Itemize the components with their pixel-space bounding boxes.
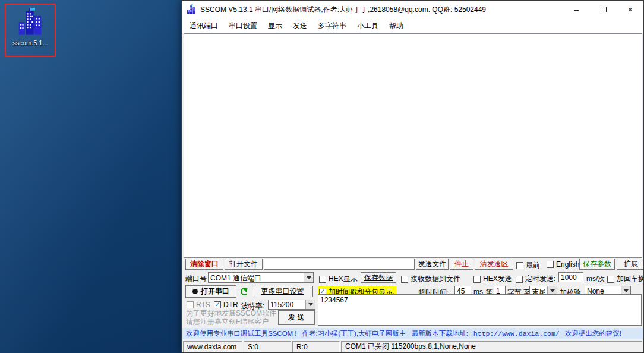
menu-serial-settings[interactable]: 串口设置	[223, 21, 263, 31]
send-text-area[interactable]: 1234567	[318, 294, 642, 326]
receive-data-area[interactable]	[184, 33, 642, 258]
menu-send[interactable]: 发送	[288, 21, 312, 31]
checkbox-label: HEX发送	[483, 274, 512, 284]
open-file-button[interactable]: 打开文件	[225, 259, 263, 270]
banner-download-label: 最新版本下载地址:	[412, 329, 468, 338]
sscom-building-icon	[15, 7, 45, 37]
statusbar: www.daxia.com S:0 R:0 COM1 已关闭 115200bps…	[182, 340, 643, 353]
baud-rate-select[interactable]: 115200	[268, 300, 315, 310]
chevron-down-icon[interactable]	[305, 300, 315, 309]
checkbox-box	[473, 276, 481, 283]
open-serial-port-button[interactable]: 打开串口	[185, 285, 236, 298]
menubar: 通讯端口 串口设置 显示 发送 多字符串 小工具 帮助	[182, 18, 643, 33]
add-crlf-checkbox[interactable]: 加回车换行	[607, 274, 644, 284]
dtr-checkbox[interactable]: DTR	[214, 301, 238, 309]
checkbox-box	[319, 276, 326, 283]
extend-button[interactable]: 扩展	[617, 259, 644, 270]
banner: 欢迎使用专业串口调试工具SSCOM ! 作者:习小猛(丁丁),大虾电子网版主 最…	[182, 328, 643, 339]
more-serial-settings-button[interactable]: 更多串口设置	[252, 286, 313, 297]
window-title: SSCOM V5.13.1 串口/网络数据调试器,作者:大虾丁丁,2618058…	[200, 5, 563, 15]
banner-suggestion: 欢迎提出您的建议!	[565, 329, 621, 338]
maximize-icon	[601, 7, 607, 12]
menu-comm-port[interactable]: 通讯端口	[184, 21, 223, 31]
checkbox-box	[516, 262, 523, 269]
status-website: www.daxia.com	[183, 341, 242, 352]
checkbox-box	[187, 301, 194, 308]
menu-tools[interactable]: 小工具	[352, 21, 384, 31]
status-sent-count: S:0	[244, 341, 291, 352]
rts-checkbox[interactable]: RTS	[187, 301, 210, 309]
timed-send-checkbox[interactable]: 定时发送:	[516, 274, 555, 284]
menu-multi-string[interactable]: 多字符串	[312, 21, 352, 31]
desktop-icon-sscom[interactable]: sscom.5.1...	[5, 4, 56, 57]
checkbox-label: English	[556, 260, 579, 269]
save-data-button[interactable]: 保存数据	[361, 272, 396, 283]
port-label: 端口号	[185, 274, 207, 284]
titlebar[interactable]: SSCOM V5.13.1 串口/网络数据调试器,作者:大虾丁丁,2618058…	[182, 1, 643, 18]
desktop-background: sscom.5.1... SSCOM V5.13.1 串口/网络数据调试器,作者…	[0, 0, 644, 353]
chevron-down-icon[interactable]	[304, 273, 313, 282]
promo-text: 为了更好地发展SSCOM软件 请您注册嘉立创F结尾客户	[186, 309, 276, 326]
banner-welcome: 欢迎使用专业串口调试工具SSCOM !	[186, 329, 297, 338]
menu-help[interactable]: 帮助	[384, 21, 409, 31]
send-file-button[interactable]: 发送文件	[416, 259, 449, 270]
clear-window-button[interactable]: 清除窗口	[185, 259, 223, 270]
minimize-button[interactable]: –	[563, 1, 590, 18]
port-select[interactable]: COM1 通信端口	[208, 272, 314, 283]
port-status-dot-icon	[192, 289, 198, 294]
checkbox-box	[214, 301, 221, 308]
checkbox-box	[401, 276, 408, 283]
checkbox-box	[547, 261, 554, 268]
english-checkbox[interactable]: English	[547, 260, 579, 269]
refresh-ports-icon[interactable]	[239, 286, 250, 297]
checkbox-label: DTR	[223, 301, 238, 309]
maximize-button[interactable]	[590, 1, 617, 18]
topmost-checkbox[interactable]: 最前	[516, 260, 540, 270]
checkbox-label: RTS	[196, 301, 210, 309]
send-button[interactable]: 发 送	[278, 310, 315, 325]
checkbox-label: 接收数据到文件	[411, 274, 460, 284]
checkbox-label: 加回车换行	[617, 274, 644, 284]
receive-to-file-checkbox[interactable]: 接收数据到文件	[401, 274, 460, 284]
checkbox-box	[516, 276, 523, 283]
banner-author: 作者:习小猛(丁丁),大虾电子网版主	[302, 329, 406, 338]
text-cursor	[349, 297, 349, 304]
app-icon	[186, 4, 197, 15]
hex-display-checkbox[interactable]: HEX显示	[319, 274, 358, 284]
banner-url-link[interactable]: http://www.daxia.com/	[473, 330, 560, 338]
checkbox-box	[607, 276, 614, 283]
menu-display[interactable]: 显示	[263, 21, 288, 31]
hex-send-checkbox[interactable]: HEX发送	[473, 274, 512, 284]
file-path-input[interactable]	[264, 259, 415, 270]
status-port-state: COM1 已关闭 115200bps,8,1,None,None	[341, 341, 642, 352]
status-received-count: R:0	[292, 341, 340, 352]
send-text: 1234567	[320, 296, 348, 304]
clear-send-area-button[interactable]: 清发送区	[475, 259, 513, 270]
checkbox-label: 定时发送:	[525, 274, 555, 284]
sscom-window: SSCOM V5.13.1 串口/网络数据调试器,作者:大虾丁丁,2618058…	[181, 0, 644, 353]
close-button[interactable]: ×	[617, 1, 643, 18]
timed-interval-input[interactable]	[558, 272, 583, 282]
interval-unit-label: ms/次	[586, 274, 605, 284]
desktop-icon-label: sscom.5.1...	[12, 39, 48, 46]
save-params-button[interactable]: 保存参数	[579, 259, 615, 270]
stop-button[interactable]: 停止	[450, 259, 473, 270]
checkbox-label: HEX显示	[329, 274, 358, 284]
checkbox-label: 最前	[526, 260, 540, 270]
